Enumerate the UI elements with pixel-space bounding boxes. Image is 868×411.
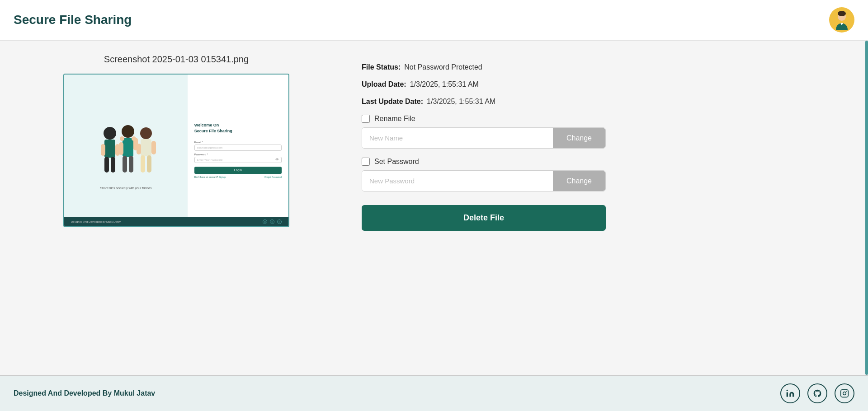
upload-date-label: Upload Date:: [362, 80, 406, 89]
file-status-label: File Status:: [362, 63, 401, 71]
password-checkbox-row[interactable]: Set Password: [362, 158, 606, 166]
preview-illustration: Share files securely with your friends: [64, 75, 188, 226]
password-label: Set Password: [374, 158, 419, 166]
file-thumbnail: Share files securely with your friends W…: [63, 74, 289, 227]
rename-checkbox-row[interactable]: Rename File: [362, 115, 606, 123]
rename-label: Rename File: [374, 115, 415, 123]
svg-point-3: [104, 127, 116, 140]
preview-links: Don't have an account? Signup Forgot Pas…: [194, 176, 282, 178]
rename-change-button[interactable]: Change: [553, 128, 605, 148]
footer-social-icons: [780, 383, 854, 403]
footer: Designed And Developed By Mukul Jatav: [0, 375, 868, 411]
svg-point-21: [120, 136, 124, 141]
rename-input-row: Change: [362, 127, 606, 149]
svg-point-23: [787, 390, 788, 391]
svg-rect-7: [104, 157, 109, 173]
scroll-accent: [865, 41, 868, 375]
file-name: Screenshot 2025-01-03 015341.png: [104, 54, 249, 65]
last-update-label: Last Update Date:: [362, 98, 423, 106]
preview-share-text: Share files securely with your friends: [100, 187, 151, 190]
svg-rect-13: [123, 156, 127, 173]
footer-credit: Designed And Developed By Mukul Jatav: [14, 389, 155, 397]
app-title: Secure File Sharing: [14, 13, 132, 27]
svg-point-1: [838, 11, 846, 16]
preview-linkedin-icon: in: [263, 220, 267, 224]
preview-login-form: Welcome OnSecure File Sharing Email * ex…: [188, 75, 288, 226]
password-section: Set Password Change: [362, 158, 606, 191]
linkedin-icon[interactable]: [780, 383, 800, 403]
svg-rect-10: [123, 138, 133, 157]
svg-point-22: [132, 136, 136, 141]
delete-file-button[interactable]: Delete File: [362, 205, 606, 231]
svg-point-9: [122, 125, 134, 138]
instagram-icon[interactable]: [835, 383, 854, 403]
file-status-row: File Status: Not Password Protected: [362, 63, 606, 71]
preview-password-input: Enter Your Password 👁: [194, 157, 282, 163]
upload-date-value: 1/3/2025, 1:55:31 AM: [410, 80, 479, 89]
people-illustration: [90, 112, 162, 184]
preview-email-input: example@gmail.com: [194, 145, 282, 151]
preview-password-label: Password *: [194, 153, 282, 156]
svg-rect-14: [129, 156, 133, 173]
svg-rect-8: [111, 157, 115, 173]
new-name-input[interactable]: [362, 128, 553, 148]
last-update-row: Last Update Date: 1/3/2025, 1:55:31 AM: [362, 98, 606, 106]
preview-login-btn: Login: [194, 167, 282, 174]
svg-rect-16: [141, 139, 151, 156]
password-checkbox[interactable]: [362, 158, 370, 166]
preview-no-account: Don't have an account? Signup: [194, 176, 226, 178]
svg-point-25: [843, 392, 846, 395]
main-content: Screenshot 2025-01-03 015341.png: [0, 41, 868, 375]
file-status-value: Not Password Protected: [404, 63, 482, 71]
svg-rect-11: [119, 142, 123, 155]
user-avatar[interactable]: [829, 7, 854, 33]
svg-rect-5: [101, 144, 105, 156]
rename-checkbox[interactable]: [362, 115, 370, 123]
svg-rect-17: [137, 144, 141, 154]
upload-date-row: Upload Date: 1/3/2025, 1:55:31 AM: [362, 80, 606, 89]
svg-point-15: [140, 127, 152, 139]
svg-rect-4: [104, 140, 115, 158]
preview-welcome: Welcome OnSecure File Sharing: [194, 122, 282, 134]
preview-github-icon: ⊙: [270, 220, 274, 224]
rename-section: Rename File Change: [362, 115, 606, 149]
password-change-button[interactable]: Change: [553, 171, 605, 191]
file-preview-panel: Screenshot 2025-01-03 015341.png: [18, 54, 335, 227]
preview-footer: Designed And Developed By Mukul Jatav in…: [64, 217, 288, 226]
new-password-input[interactable]: [362, 171, 553, 191]
last-update-value: 1/3/2025, 1:55:31 AM: [427, 98, 495, 106]
header: Secure File Sharing: [0, 0, 868, 41]
preview-email-label: Email *: [194, 141, 282, 144]
preview-instagram-icon: ◎: [277, 220, 282, 224]
svg-rect-18: [151, 141, 156, 154]
preview-footer-icons: in ⊙ ◎: [263, 220, 282, 224]
preview-footer-text: Designed And Developed By Mukul Jatav: [71, 220, 121, 223]
password-input-row: Change: [362, 170, 606, 191]
svg-rect-20: [147, 155, 151, 173]
file-details-panel: File Status: Not Password Protected Uplo…: [362, 54, 606, 231]
preview-forgot: Forgot Password: [264, 176, 282, 178]
avatar-image: [831, 9, 852, 30]
svg-rect-19: [141, 155, 145, 173]
github-icon[interactable]: [807, 383, 827, 403]
svg-point-26: [846, 391, 847, 392]
svg-rect-24: [841, 390, 849, 397]
